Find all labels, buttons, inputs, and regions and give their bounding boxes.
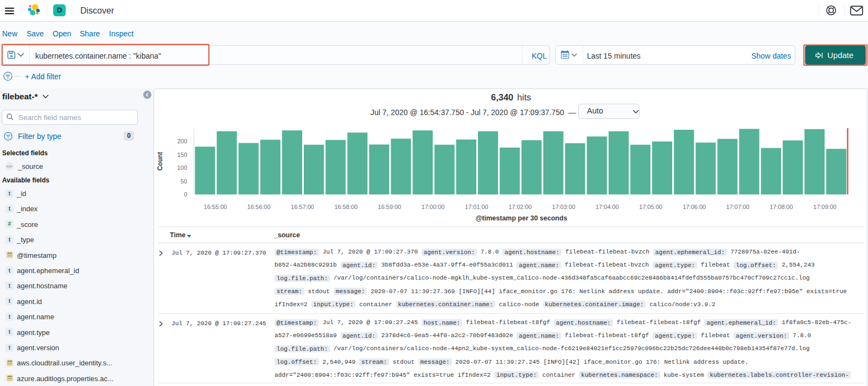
svg-text:@timestamp per 30 seconds: @timestamp per 30 seconds	[475, 214, 567, 222]
svg-text:100: 100	[177, 164, 187, 171]
svg-text:17:09:00: 17:09:00	[813, 204, 837, 210]
svg-text:200: 200	[177, 138, 187, 144]
svg-text:17:07:00: 17:07:00	[726, 204, 750, 210]
svg-text:17:00:00: 17:00:00	[422, 204, 445, 210]
svg-text:17:02:00: 17:02:00	[508, 204, 532, 210]
svg-text:16:58:00: 16:58:00	[334, 204, 358, 210]
svg-text:0: 0	[184, 191, 187, 198]
svg-text:17:05:00: 17:05:00	[639, 204, 662, 210]
svg-text:16:57:00: 16:57:00	[291, 204, 314, 210]
svg-text:16:56:00: 16:56:00	[247, 204, 271, 210]
svg-text:17:04:00: 17:04:00	[596, 204, 619, 210]
svg-text:Count: Count	[156, 152, 164, 171]
svg-text:17:03:00: 17:03:00	[552, 204, 576, 210]
svg-text:17:08:00: 17:08:00	[770, 204, 793, 210]
svg-text:</>: </>	[6, 164, 12, 169]
svg-text:150: 150	[177, 151, 187, 158]
svg-text:50: 50	[181, 178, 187, 185]
svg-text:17:06:00: 17:06:00	[682, 204, 706, 210]
svg-text:16:59:00: 16:59:00	[378, 204, 401, 210]
svg-text:17:01:00: 17:01:00	[465, 204, 488, 210]
svg-text:16:55:00: 16:55:00	[204, 204, 227, 210]
